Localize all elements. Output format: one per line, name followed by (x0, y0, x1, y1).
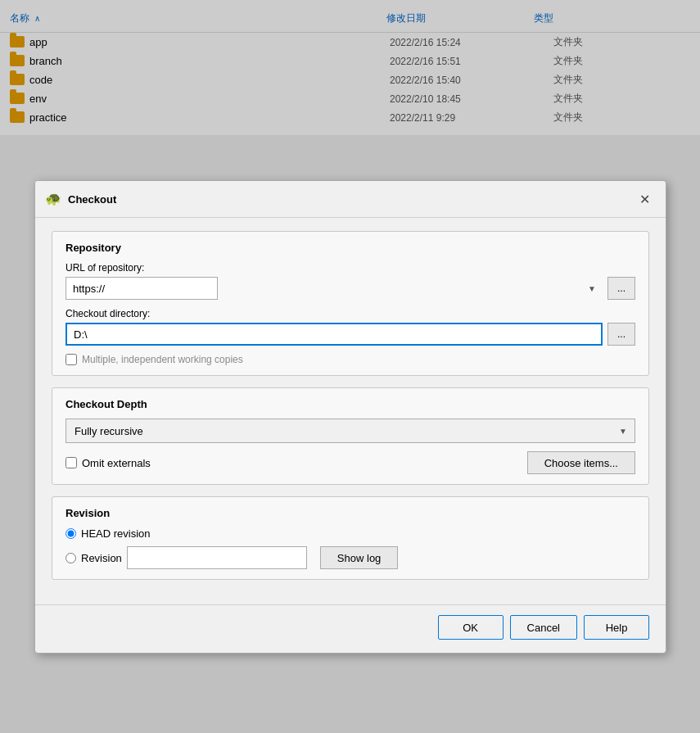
url-label: URL of repository: (65, 262, 635, 274)
depth-select[interactable]: Fully recursiveImmediate childrenOnly th… (65, 419, 635, 443)
depth-select-row: Fully recursiveImmediate childrenOnly th… (65, 419, 635, 443)
omit-externals-label: Omit externals (82, 457, 151, 469)
multiple-copies-label: Multiple, independent working copies (82, 354, 243, 365)
dialog-body: Repository URL of repository: ... Checko… (35, 218, 666, 604)
revision-row: Revision Show log (65, 546, 635, 569)
multiple-copies-checkbox[interactable] (65, 354, 77, 365)
repository-section-label: Repository (65, 242, 635, 254)
revision-section: Revision HEAD revision Revision Show log (52, 496, 649, 580)
close-button[interactable]: ✕ (633, 188, 656, 210)
head-revision-radio[interactable] (65, 528, 76, 539)
revision-input[interactable] (127, 546, 307, 569)
repository-section: Repository URL of repository: ... Checko… (52, 231, 649, 376)
dialog-titlebar: 🐢 Checkout ✕ (35, 181, 666, 218)
checkout-dialog: 🐢 Checkout ✕ Repository URL of repositor… (34, 180, 666, 654)
head-revision-label: HEAD revision (81, 527, 151, 540)
checkout-depth-label: Checkout Depth (65, 398, 635, 410)
multiple-copies-row: Multiple, independent working copies (65, 354, 635, 365)
directory-label: Checkout directory: (65, 308, 635, 319)
ok-button[interactable]: OK (438, 615, 504, 640)
head-revision-row: HEAD revision (65, 527, 635, 540)
directory-input[interactable] (65, 323, 603, 346)
depth-select-wrapper: Fully recursiveImmediate childrenOnly th… (65, 419, 635, 443)
dialog-footer: OK Cancel Help (35, 604, 666, 653)
url-select-wrapper (65, 277, 603, 300)
choose-items-button[interactable]: Choose items... (527, 451, 635, 474)
show-log-button[interactable]: Show log (320, 546, 398, 569)
dialog-title: Checkout (68, 193, 633, 206)
url-browse-button[interactable]: ... (607, 277, 635, 300)
revision-radio[interactable] (65, 553, 76, 563)
externals-row: Omit externals Choose items... (65, 451, 635, 474)
revision-section-label: Revision (65, 507, 635, 519)
url-row: ... (65, 277, 635, 300)
checkout-depth-section: Checkout Depth Fully recursiveImmediate … (52, 387, 649, 485)
externals-left: Omit externals (65, 457, 151, 469)
help-button[interactable]: Help (584, 615, 649, 640)
directory-row: ... (65, 323, 635, 346)
cancel-button[interactable]: Cancel (510, 615, 577, 640)
url-input[interactable] (65, 277, 218, 300)
revision-label: Revision (81, 552, 122, 564)
dialog-icon: 🐢 (45, 191, 61, 207)
directory-browse-button[interactable]: ... (607, 323, 635, 346)
omit-externals-checkbox[interactable] (65, 457, 77, 468)
